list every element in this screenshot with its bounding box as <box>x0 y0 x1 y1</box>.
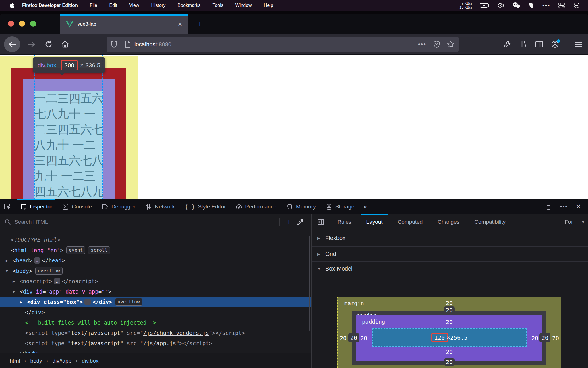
tab-fonts-truncated[interactable]: For <box>557 214 578 230</box>
tracking-protection-shield-icon[interactable] <box>111 40 117 48</box>
box-model-diagram[interactable]: margin 20 border 20 padding 20 120×256.5 <box>337 297 561 368</box>
tab-inspector[interactable]: Inspector <box>15 199 57 214</box>
expander-closed-icon[interactable]: ▶ <box>20 300 27 304</box>
sidebar-dock-icon[interactable] <box>312 214 330 230</box>
section-grid[interactable]: ▶ Grid <box>312 247 588 262</box>
margin-left-value[interactable]: 20 <box>340 334 347 342</box>
sidebar-tabs-dropdown-icon[interactable]: ▼ <box>578 214 588 230</box>
url-bar[interactable]: localhost:8080 ••• <box>107 37 459 52</box>
menubar-item-history[interactable]: History <box>145 3 172 8</box>
responsive-design-mode-icon[interactable] <box>544 203 555 210</box>
pocket-icon[interactable] <box>433 41 440 48</box>
breadcrumb-item-html[interactable]: html <box>10 358 20 364</box>
expander-open-icon[interactable]: ▼ <box>6 269 13 273</box>
tab-rules[interactable]: Rules <box>330 214 359 230</box>
reload-button[interactable] <box>44 40 53 48</box>
page-info-icon[interactable] <box>125 41 131 48</box>
menubar-item-window[interactable]: Window <box>229 3 258 8</box>
close-window-button[interactable] <box>8 21 14 27</box>
margin-top-value[interactable]: 20 <box>446 300 453 306</box>
breadcrumb-item-div-app[interactable]: div#app <box>52 358 71 364</box>
html-tree-row[interactable]: <script type="text/javascript" src="/js/… <box>0 338 311 348</box>
more-status-icon[interactable]: ••• <box>542 2 550 9</box>
html-tree-row[interactable]: ▼<div id="app" data-v-app=""> <box>0 286 311 297</box>
markup-badge[interactable]: event <box>66 246 85 254</box>
add-node-button[interactable]: + <box>284 218 294 227</box>
tab-compatibility[interactable]: Compatibility <box>467 214 513 230</box>
back-button[interactable] <box>4 36 20 52</box>
menubar-item-edit[interactable]: Edit <box>103 3 123 8</box>
html-tree-row[interactable]: </body> <box>0 348 311 353</box>
linked-rings-icon[interactable] <box>497 2 505 9</box>
menubar-item-tools[interactable]: Tools <box>206 3 229 8</box>
search-html-bar[interactable]: Search HTML + <box>0 214 311 230</box>
more-tabs-chevron-icon[interactable]: » <box>359 199 371 214</box>
padding-right-value[interactable]: 20 <box>531 334 538 342</box>
tab-console[interactable]: Console <box>57 199 97 214</box>
section-flexbox[interactable]: ▶ Flexbox <box>312 230 588 247</box>
collapsed-children-icon[interactable]: … <box>84 299 90 305</box>
library-icon[interactable] <box>519 40 527 48</box>
tab-performance[interactable]: Performance <box>231 199 281 214</box>
tab-debugger[interactable]: Debugger <box>97 199 140 214</box>
html-tree-row[interactable]: <script type="text/javascript" src="/js/… <box>0 328 311 338</box>
markup-scrollbar[interactable] <box>309 236 310 331</box>
padding-bottom-value[interactable]: 20 <box>446 348 453 355</box>
border-bottom-value[interactable]: 20 <box>444 358 455 366</box>
page-viewport[interactable]: 一二三四五六七八九十 一二三四五六七八九十 一二三四五六七八九十 一二三四五六七… <box>0 55 588 199</box>
pick-element-icon[interactable] <box>0 199 15 214</box>
border-right-value[interactable]: 20 <box>539 333 550 342</box>
search-input[interactable]: Search HTML <box>14 219 275 225</box>
expander-closed-icon[interactable]: ▶ <box>6 258 13 263</box>
page-actions-icon[interactable]: ••• <box>418 41 426 48</box>
html-tree-row-selected[interactable]: ▶<div class="box">…</div>overflow <box>0 297 311 307</box>
margin-right-value[interactable]: 20 <box>552 334 559 342</box>
box-model-content-box[interactable]: 120×256.5 <box>372 328 527 347</box>
account-icon[interactable] <box>551 40 559 48</box>
menubar-item-file[interactable]: File <box>84 3 103 8</box>
border-left-value[interactable]: 20 <box>348 333 359 342</box>
html-tree-row[interactable]: ▼<body>overflow <box>0 266 311 276</box>
collapsed-children-icon[interactable]: … <box>54 278 60 284</box>
breadcrumb-item-body[interactable]: body <box>30 358 42 364</box>
new-tab-button[interactable]: + <box>192 14 208 34</box>
expander-open-icon[interactable]: ▼ <box>13 290 20 294</box>
app-shape-icon[interactable] <box>528 2 535 9</box>
tab-vue3-lab[interactable]: vue3-lab ✕ <box>60 14 188 34</box>
eyedropper-icon[interactable] <box>294 218 307 225</box>
border-top-value[interactable]: 20 <box>444 306 455 314</box>
menubar-item-help[interactable]: Help <box>258 3 279 8</box>
html-tree-row[interactable]: <html lang="en">eventscroll <box>0 245 311 255</box>
content-width-highlight[interactable]: 120 <box>431 333 448 342</box>
hamburger-menu-icon[interactable] <box>575 41 582 47</box>
tab-memory[interactable]: Memory <box>281 199 321 214</box>
tab-layout[interactable]: Layout <box>359 214 390 230</box>
menubar-item-view[interactable]: View <box>123 3 145 8</box>
devtools-close-icon[interactable]: ✕ <box>572 203 584 211</box>
zoom-window-button[interactable] <box>30 21 36 27</box>
breadcrumb-item-div-box[interactable]: div.box <box>82 358 99 364</box>
apple-menu-icon[interactable] <box>6 2 17 9</box>
tab-storage[interactable]: Storage <box>321 199 359 214</box>
tab-close-icon[interactable]: ✕ <box>178 21 182 28</box>
padding-left-value[interactable]: 20 <box>360 334 367 342</box>
collapsed-children-icon[interactable]: … <box>34 257 40 264</box>
markup-badge[interactable]: scroll <box>88 246 110 254</box>
network-speed-indicator[interactable]: 7 KB/s15 KB/s <box>459 1 472 9</box>
tab-network[interactable]: Network <box>140 199 180 214</box>
devtools-meatball-menu-icon[interactable]: ••• <box>558 203 570 210</box>
html-tree-row[interactable]: <!DOCTYPE html> <box>0 235 311 245</box>
tab-changes[interactable]: Changes <box>430 214 467 230</box>
bookmark-star-icon[interactable] <box>447 41 454 48</box>
html-tree-row[interactable]: <!--built files will be auto injected--> <box>0 317 311 328</box>
section-box-model[interactable]: ▼ Box Model <box>312 262 588 275</box>
tab-computed[interactable]: Computed <box>390 214 430 230</box>
do-not-disturb-icon[interactable] <box>573 2 580 9</box>
home-button[interactable] <box>60 40 70 48</box>
expander-closed-icon[interactable]: ▶ <box>13 279 20 283</box>
markup-badge[interactable]: overflow <box>115 298 142 306</box>
sidebar-toggle-icon[interactable] <box>535 41 543 48</box>
markup-badge[interactable]: overflow <box>35 267 63 275</box>
menubar-app-name[interactable]: Firefox Developer Edition <box>17 3 84 8</box>
html-tree-row[interactable]: ▶<noscript>…</noscript> <box>0 276 311 286</box>
